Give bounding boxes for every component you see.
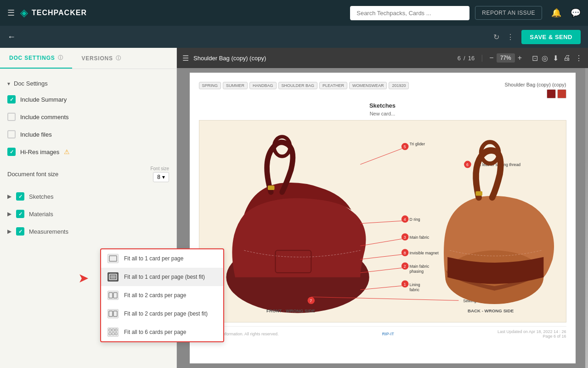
product-title: Shoulder Bag (copy) (copy) [505, 82, 566, 87]
fit-6-cards-icon [107, 328, 119, 337]
hi-res-images-checkbox[interactable] [7, 148, 16, 156]
sketches-label: Sketches [29, 193, 53, 200]
svg-rect-51 [115, 329, 117, 331]
refresh-icon[interactable]: ↻ [493, 33, 499, 41]
font-size-row: Document font size Font size 8 ▾ [7, 161, 169, 188]
pdf-content: SPRING SUMMER HANDBAG SHOULDER BAG PLEAT… [177, 68, 588, 368]
measurements-expand-icon[interactable]: ▶ [7, 228, 11, 235]
svg-text:Lining: Lining [409, 282, 420, 287]
new-card-button[interactable]: New card... [199, 111, 566, 116]
sketches-checkbox[interactable] [16, 192, 24, 201]
sub-header: ← ↻ ⋮ SAVE & SEND [0, 26, 588, 48]
materials-label: Materials [29, 211, 53, 218]
pdf-view-icons: ⊡ ◎ [532, 54, 548, 63]
tag-womenswear: WOMENSWEAR [349, 82, 387, 89]
zoom-in-button[interactable]: + [518, 54, 522, 62]
doc-settings-section-header[interactable]: ▾ Doc Settings [7, 76, 169, 91]
svg-text:phasing: phasing [409, 269, 424, 274]
hamburger-icon[interactable]: ☰ [7, 8, 15, 18]
rotate-icon[interactable]: ◎ [542, 54, 548, 63]
svg-text:8: 8 [403, 251, 406, 255]
last-updated-text: Last Updated on Apr 18, 2022 14 : 26 [498, 329, 566, 334]
sub-header-actions: ↻ ⋮ SAVE & SEND [493, 30, 581, 44]
svg-rect-2 [267, 185, 274, 190]
svg-rect-54 [115, 333, 117, 335]
report-issue-button[interactable]: REPORT AN ISSUE [475, 6, 542, 20]
scrollbar[interactable] [585, 68, 588, 368]
font-size-select[interactable]: 8 ▾ [153, 172, 169, 182]
svg-rect-50 [112, 329, 114, 331]
measurements-checkbox[interactable] [16, 227, 24, 236]
pdf-menu-icon[interactable]: ☰ [182, 54, 189, 63]
include-files-checkbox[interactable] [7, 130, 16, 138]
tab-doc-settings[interactable]: DOC SETTINGS ⓘ [0, 48, 72, 69]
include-files-row: Include files [7, 126, 169, 143]
fit-2-cards-best-option[interactable]: Fit all to 2 cards per page (best fit) [101, 305, 223, 323]
svg-text:2: 2 [403, 264, 406, 269]
sketches-expand-icon[interactable]: ▶ [7, 193, 11, 200]
pdf-footer: Confidential Information. All rights res… [199, 326, 566, 339]
pdf-page-header: SPRING SUMMER HANDBAG SHOULDER BAG PLEAT… [199, 82, 566, 98]
app-name: TECHPACKER [32, 9, 87, 17]
red-arrow-indicator: ➤ [78, 270, 89, 286]
top-navigation: ☰ ◈ TECHPACKER REPORT AN ISSUE 🔔 💬 [0, 0, 588, 26]
fit-2-cards-option[interactable]: Fit all to 2 cards per page [101, 286, 223, 305]
include-summary-checkbox[interactable] [7, 95, 16, 104]
svg-rect-47 [109, 311, 113, 316]
fit-6-cards-option[interactable]: Fit all to 6 cards per page [101, 323, 223, 341]
svg-line-22 [360, 254, 402, 259]
tab-bar: DOC SETTINGS ⓘ VERSIONS ⓘ [0, 48, 176, 69]
include-comments-checkbox[interactable] [7, 113, 16, 121]
fullscreen-icon[interactable]: ⊡ [532, 54, 538, 63]
materials-checkbox[interactable] [16, 210, 24, 218]
fit-1-card-best-option[interactable]: Fit all to 1 card per page (best fit) [101, 268, 223, 286]
print-icon[interactable]: 🖨 [563, 54, 571, 63]
tag-201920: 201920 [389, 82, 409, 89]
fit-1-card-option[interactable]: Fit all to 1 card per page [101, 249, 223, 268]
logo-area: ◈ TECHPACKER [20, 7, 87, 19]
sketches-title: Sketches [199, 102, 566, 109]
download-icon[interactable]: ⬇ [553, 54, 559, 63]
more-options-pdf-icon[interactable]: ⋮ [575, 54, 582, 63]
pdf-action-icons: ⬇ 🖨 ⋮ [553, 54, 582, 63]
svg-rect-53 [112, 333, 114, 335]
bag-image-area: FRONT - WRONG SIDE 5 Tri glider 6 Flat l… [199, 120, 566, 322]
fit-2-cards-best-icon [107, 309, 119, 318]
layout-dropdown-popup: Fit all to 1 card per page Fit all to 1 … [100, 248, 224, 342]
tag-pleather: PLEATHER [319, 82, 347, 89]
back-button[interactable]: ← [7, 32, 16, 42]
svg-text:fabric: fabric [409, 288, 419, 292]
pdf-page: SPRING SUMMER HANDBAG SHOULDER BAG PLEAT… [190, 73, 576, 363]
include-comments-label: Include comments [20, 114, 69, 121]
color-swatches [505, 89, 566, 98]
materials-section-item: ▶ Materials [7, 205, 169, 223]
more-options-icon[interactable]: ⋮ [507, 33, 514, 41]
chat-icon[interactable]: 💬 [571, 8, 581, 18]
font-size-label: Document font size [7, 171, 58, 178]
tag-shoulder-bag: SHOULDER BAG [278, 82, 318, 89]
fit-1-card-icon [107, 254, 119, 263]
bell-icon[interactable]: 🔔 [551, 8, 561, 18]
tag-handbag: HANDBAG [249, 82, 277, 89]
svg-text:Main fabric: Main fabric [409, 235, 429, 240]
zoom-out-button[interactable]: − [489, 54, 493, 62]
search-input[interactable] [350, 6, 469, 20]
svg-text:3: 3 [403, 235, 406, 240]
svg-text:Main fabric: Main fabric [409, 264, 429, 269]
tag-summer: SUMMER [223, 82, 248, 89]
svg-rect-48 [113, 311, 117, 316]
page-divider-line: | [481, 54, 483, 62]
chevron-down-icon: ▾ [7, 80, 10, 87]
materials-expand-icon[interactable]: ▶ [7, 211, 11, 217]
svg-line-18 [360, 239, 402, 246]
svg-line-14 [360, 221, 402, 224]
swatch-1 [547, 89, 556, 98]
main-layout: DOC SETTINGS ⓘ VERSIONS ⓘ ▾ Doc Settings… [0, 48, 588, 368]
svg-text:Flat leather sewing thread: Flat leather sewing thread [474, 162, 520, 167]
pdf-toolbar: ☰ Shoulder Bag (copy) (copy) 6 / 16 | − … [177, 48, 588, 68]
sketches-section-item: ▶ Sketches [7, 188, 169, 205]
include-files-label: Include files [20, 131, 52, 138]
tab-versions[interactable]: VERSIONS ⓘ [72, 48, 130, 69]
save-send-button[interactable]: SAVE & SEND [521, 30, 581, 44]
measurements-section-item: ▶ Measurements [7, 223, 169, 240]
